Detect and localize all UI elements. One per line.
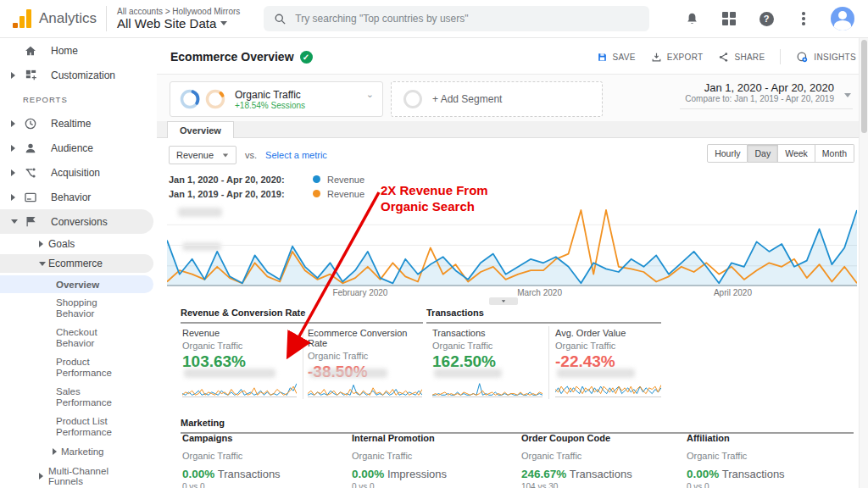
share-button[interactable]: SHARE [718, 52, 765, 63]
expand-icon[interactable] [39, 241, 43, 247]
apps-button[interactable] [719, 8, 739, 29]
sidebar-item-realtime[interactable]: Realtime [0, 111, 157, 136]
marketing-segment: Organic Traffic [687, 451, 843, 461]
export-button[interactable]: EXPORT [651, 52, 704, 63]
redacted-value [184, 369, 275, 378]
insights-label: INSIGHTS [814, 53, 856, 62]
granularity-month[interactable]: Month [815, 144, 854, 163]
marketing-title: Affiliation [687, 433, 843, 443]
marketing-value: 246.67% [521, 468, 566, 480]
marketing-detail: 0 vs 0 [352, 482, 509, 488]
expand-icon[interactable] [11, 145, 15, 152]
chevron-down-icon[interactable]: ⌄ [366, 89, 374, 100]
expand-icon[interactable] [11, 194, 15, 201]
legend-series-name: Revenue [327, 175, 364, 185]
scrollbar-thumb[interactable] [861, 40, 867, 133]
help-button[interactable]: ? [756, 8, 776, 29]
sidebar-label: Multi-Channel Funnels [48, 462, 137, 488]
section-header-marketing: Marketing [181, 418, 854, 434]
sidebar-item-marketing[interactable]: Marketing [0, 443, 157, 460]
marketing-col-internal-promotion[interactable]: Internal Promotion Organic Traffic 0.00%… [352, 433, 509, 488]
expand-icon[interactable] [11, 169, 15, 176]
add-segment-button[interactable]: + Add Segment [391, 81, 603, 117]
action-separator [780, 49, 781, 64]
select-metric-link[interactable]: Select a metric [265, 150, 327, 160]
sidebar-item-behavior[interactable]: Behavior [0, 185, 157, 209]
collapse-icon[interactable] [11, 219, 18, 224]
metric-card-transactions[interactable]: Transactions Organic Traffic 162.50% [432, 328, 551, 371]
page-title: Ecommerce Overview ✓ [170, 50, 313, 64]
marketing-metric: Impressions [387, 468, 447, 480]
expand-icon[interactable] [11, 72, 15, 79]
sidebar-item-multi-channel-funnels[interactable]: Multi-Channel Funnels [0, 463, 157, 488]
acquisition-icon [23, 165, 38, 180]
sidebar-item-audience[interactable]: Audience [0, 136, 157, 160]
segment-donut-icons [179, 88, 226, 110]
tab-overview[interactable]: Overview [167, 121, 234, 138]
sidebar-item-ecommerce[interactable]: Ecommerce [0, 254, 153, 273]
sidebar-item-acquisition[interactable]: Acquisition [0, 160, 157, 185]
sidebar-item-overview[interactable]: Overview [0, 275, 153, 293]
expand-icon[interactable] [11, 120, 15, 127]
behavior-icon [23, 190, 38, 205]
marketing-col-order-coupon-code[interactable]: Order Coupon Code Organic Traffic 246.67… [521, 433, 678, 488]
sidebar-item-conversions[interactable]: Conversions [0, 209, 153, 234]
sidebar-item-customization[interactable]: Customization [0, 63, 157, 87]
search-icon [274, 13, 287, 25]
overflow-menu-button[interactable] [793, 8, 814, 29]
left-nav: Home Customization REPORTS Realtime Audi… [0, 38, 157, 488]
granularity-day[interactable]: Day [748, 144, 778, 163]
search-input[interactable] [295, 13, 617, 25]
expand-icon[interactable] [39, 473, 43, 480]
chart-collapse-button[interactable] [489, 297, 518, 305]
sidebar-item-shopping-behavior[interactable]: Shopping Behavior [0, 293, 157, 323]
metric-controls: Revenue vs. Select a metric [169, 146, 327, 164]
account-switcher[interactable]: All accounts > Hollywood Mirrors All Web… [117, 7, 240, 31]
expand-icon[interactable] [53, 448, 57, 455]
timeseries-chart[interactable]: February 2020 March 2020 April 2020 [167, 204, 857, 302]
x-axis-label: March 2020 [517, 288, 562, 297]
metric-card-revenue[interactable]: Revenue Organic Traffic 103.63% [182, 328, 301, 371]
segment-chip-organic-traffic[interactable]: Organic Traffic +18.54% Sessions ⌄ [170, 81, 383, 117]
collapse-icon[interactable] [39, 262, 46, 266]
sidebar-label: Product List Performance [56, 412, 136, 441]
reports-section-label: REPORTS [0, 87, 157, 111]
sidebar-item-checkout-behavior[interactable]: Checkout Behavior [0, 323, 157, 352]
metric-card-segment: Organic Traffic [308, 351, 426, 361]
sidebar-label: Checkout Behavior [56, 323, 136, 352]
share-icon [718, 52, 729, 63]
add-segment-ring-icon [403, 90, 422, 108]
kebab-icon [802, 12, 805, 25]
metric-card-avg-order-value[interactable]: Avg. Order Value Organic Traffic -22.43% [555, 328, 674, 371]
chart-legend: Jan 1, 2020 - Apr 20, 2020: Revenue Jan … [169, 172, 364, 201]
sidebar-item-sales-performance[interactable]: Sales Performance [0, 382, 157, 412]
date-range-picker[interactable]: Jan 1, 2020 - Apr 20, 2020 Compare to: J… [680, 80, 853, 109]
granularity-switcher: Hourly Day Week Month [707, 144, 854, 163]
user-avatar[interactable] [831, 7, 854, 30]
donut-orange-icon [204, 88, 226, 110]
page-scrollbar[interactable] [859, 38, 868, 488]
save-button[interactable]: SAVE [597, 52, 636, 63]
marketing-col-campaigns[interactable]: Campaigns Organic Traffic 0.00% Transact… [182, 433, 339, 488]
marketing-segment: Organic Traffic [182, 451, 339, 461]
sidebar-item-product-list-performance[interactable]: Product List Performance [0, 412, 157, 441]
sidebar-label: Conversions [51, 216, 108, 228]
sidebar-item-goals[interactable]: Goals [0, 234, 157, 254]
global-search[interactable] [264, 6, 649, 31]
breadcrumb: All accounts > Hollywood Mirrors [117, 7, 240, 17]
sidebar-item-home[interactable]: Home [0, 38, 157, 63]
metric-card-title: Revenue [182, 328, 301, 338]
legend-row-2020: Jan 1, 2020 - Apr 20, 2020: Revenue [169, 172, 364, 186]
chevron-down-icon [844, 93, 851, 97]
granularity-hourly[interactable]: Hourly [707, 144, 748, 163]
sidebar-item-product-performance[interactable]: Product Performance [0, 352, 157, 382]
marketing-segment: Organic Traffic [521, 451, 678, 461]
notifications-button[interactable] [682, 8, 702, 29]
marketing-col-affiliation[interactable]: Affiliation Organic Traffic 0.00% Transa… [687, 433, 843, 488]
granularity-week[interactable]: Week [778, 144, 815, 163]
insights-button[interactable]: INSIGHTS [796, 51, 856, 64]
analytics-logo[interactable]: Analytics [0, 8, 106, 29]
metric-dropdown[interactable]: Revenue [169, 146, 236, 164]
tab-label: Overview [180, 125, 221, 136]
sparkline-revenue [182, 380, 297, 397]
